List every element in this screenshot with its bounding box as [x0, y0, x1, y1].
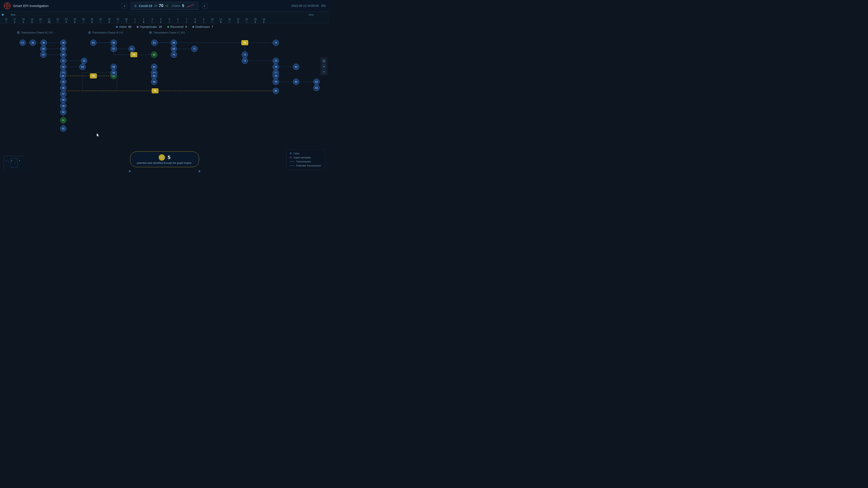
timeline-date-25[interactable]: 25 0	[79, 18, 88, 23]
recovered-label: Recovered	[170, 25, 184, 29]
timeline-date-30[interactable]: 30 7	[122, 18, 131, 23]
timeline-date-27[interactable]: 27 0	[96, 18, 105, 23]
node-48[interactable]: 48	[60, 97, 66, 103]
node-49[interactable]: 49	[60, 103, 66, 109]
nav-next-button[interactable]: ►	[202, 3, 208, 8]
node-34[interactable]: 34	[30, 39, 36, 46]
minimap	[4, 156, 24, 169]
node-37[interactable]: 37	[40, 52, 46, 58]
zoom-in-button[interactable]: +	[322, 64, 326, 69]
node-47[interactable]: 47	[60, 91, 66, 97]
node-81[interactable]: 81	[293, 64, 299, 70]
svg-point-43	[8, 161, 9, 162]
node-65[interactable]: 65	[151, 73, 157, 79]
timeline-date-19[interactable]: 19 3	[28, 18, 36, 23]
node-46[interactable]: 46	[60, 85, 66, 91]
timeline-date-16[interactable]: 16 2	[259, 18, 268, 23]
node-35[interactable]: 35	[40, 39, 47, 46]
node-42[interactable]: 42	[60, 64, 66, 70]
timeline-date-11[interactable]: 11 6	[217, 18, 225, 23]
timeline-date-20[interactable]: 20 0	[36, 18, 45, 23]
timeline-date-3[interactable]: 3 0	[148, 18, 156, 23]
node-P5[interactable]: P5	[241, 40, 248, 45]
node-51[interactable]: 51	[60, 117, 66, 123]
timeline-date-29[interactable]: 29 0	[114, 18, 122, 23]
node-76[interactable]: 76	[273, 64, 279, 70]
node-50[interactable]: 50	[60, 109, 66, 115]
timeline-date-18[interactable]: 18 1	[19, 18, 28, 23]
node-84[interactable]: 84	[313, 85, 320, 91]
timeline-date-14[interactable]: 14 0	[242, 18, 251, 23]
node-45[interactable]: 45	[60, 78, 66, 85]
node-54[interactable]: 54	[79, 64, 86, 70]
timeline-date-21[interactable]: 21 15	[45, 18, 53, 23]
node-80[interactable]: 80	[273, 88, 279, 94]
node-59[interactable]: 59	[111, 70, 117, 76]
node-C1[interactable]: C1	[20, 39, 26, 46]
timeline-date-28[interactable]: 28 2	[105, 18, 114, 23]
node-44[interactable]: 44	[60, 73, 66, 79]
node-63[interactable]: 63	[151, 64, 157, 70]
node-D1[interactable]: D1	[90, 39, 96, 46]
node-P4[interactable]: P4	[152, 88, 158, 93]
node-52[interactable]: 52	[60, 125, 66, 132]
timeline-date-7[interactable]: 7 0	[182, 18, 191, 23]
node-75[interactable]: 75	[273, 58, 279, 64]
node-71[interactable]: 71	[191, 46, 197, 52]
timeline-date-9[interactable]: 9 0	[199, 18, 208, 23]
covid-badge: ⚙ Covid-19 All 70 +2 Chains 5	[131, 2, 198, 10]
node-57[interactable]: 57	[111, 46, 117, 52]
timeline-date-2[interactable]: 2 3	[139, 18, 148, 23]
node-83[interactable]: 83	[313, 78, 320, 85]
map-icon[interactable]: ⊡	[322, 59, 326, 63]
transmission-label: Transmission	[296, 160, 311, 163]
nav-prev-button[interactable]: ◄	[122, 3, 127, 8]
node-P3[interactable]: P3	[130, 52, 137, 57]
node-66[interactable]: 66	[151, 78, 157, 85]
datetime: 2022-05-12 10:00:00	[291, 4, 319, 7]
timeline-date-22[interactable]: 22 0	[53, 18, 62, 23]
node-P2[interactable]: P2	[90, 73, 97, 78]
node-E1[interactable]: E1	[151, 39, 158, 46]
node-38[interactable]: 38	[60, 39, 66, 46]
node-61[interactable]: 61	[129, 46, 135, 52]
node-68[interactable]: 68	[170, 39, 177, 46]
timeline-date-15[interactable]: 15 2	[251, 18, 259, 23]
zoom-out-button[interactable]: −	[322, 70, 326, 74]
node-79[interactable]: 79	[273, 78, 279, 85]
bottom-panel: ⚙ 5 potential case identified through th…	[130, 151, 199, 167]
node-70[interactable]: 70	[170, 52, 177, 58]
node-56[interactable]: 56	[111, 39, 117, 46]
node-62[interactable]: 62	[151, 52, 157, 58]
node-53[interactable]: 53	[81, 58, 87, 64]
timeline-date-17[interactable]: 17 1	[10, 18, 19, 23]
timeline-date-8[interactable]: 8 3	[191, 18, 199, 23]
zoom-controls: ⊡ + −	[320, 58, 327, 75]
node-82[interactable]: 82	[293, 78, 299, 85]
timeline-date-10[interactable]: 10 0	[208, 18, 217, 23]
timeline-date-1[interactable]: 1 0	[131, 18, 139, 23]
panel-icon: ⚙	[159, 154, 165, 161]
timeline-date-13[interactable]: 13 2	[234, 18, 242, 23]
svg-point-0	[4, 3, 10, 9]
timeline-date-4[interactable]: 4 1	[156, 18, 165, 23]
node-74[interactable]: 74	[273, 39, 279, 46]
timeline-date-24[interactable]: 24 2	[70, 18, 79, 23]
node-78[interactable]: 78	[273, 73, 279, 79]
node-73[interactable]: 73	[242, 58, 248, 64]
node-39[interactable]: 39	[60, 46, 66, 52]
active-count: 60	[128, 25, 131, 29]
node-58[interactable]: 58	[111, 64, 117, 70]
timeline-date-12[interactable]: 12 0	[225, 18, 234, 23]
timeline-date-23[interactable]: 23 2	[62, 18, 70, 23]
node-40[interactable]: 40	[60, 52, 66, 58]
timeline-date-26[interactable]: 26 5	[88, 18, 96, 23]
language-selector[interactable]: EN	[321, 4, 326, 7]
timeline-date-16[interactable]: 16 0	[2, 18, 10, 23]
node-41[interactable]: 41	[60, 58, 66, 64]
node-69[interactable]: 69	[170, 46, 177, 52]
node-72[interactable]: 72	[242, 52, 248, 58]
timeline-date-6[interactable]: 6 0	[174, 18, 182, 23]
node-36[interactable]: 36	[40, 46, 46, 52]
timeline-date-5[interactable]: 5 0	[165, 18, 174, 23]
